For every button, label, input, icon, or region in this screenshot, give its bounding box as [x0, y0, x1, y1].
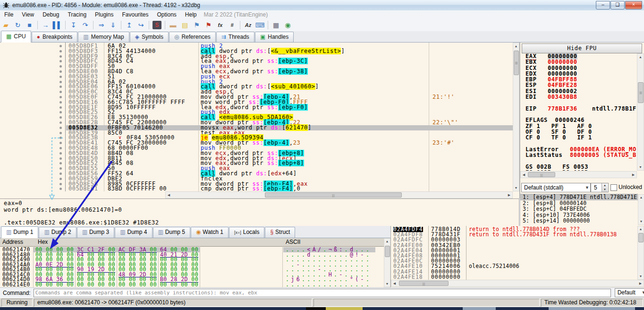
notes-icon[interactable]: ⌨: [254, 20, 265, 30]
close-button[interactable]: ×: [625, 1, 642, 9]
register-line[interactable]: ES 002B DS 002B: [525, 170, 636, 171]
argument-row[interactable]: 3: [esp+C] 04FBFEDC: [520, 206, 638, 212]
breakpoint-dot[interactable]: [59, 116, 62, 119]
dump-row[interactable]: 006214E000 00 00 0000 00 00 0000 00 00 0…: [0, 282, 384, 287]
maximize-button[interactable]: ❑: [610, 1, 625, 9]
breakpoint-dot[interactable]: [59, 152, 62, 155]
breakpoint-dot[interactable]: [59, 70, 62, 73]
labels-icon[interactable]: ⚑: [191, 20, 202, 30]
menu-item-tracing[interactable]: Tracing: [64, 11, 91, 18]
arguments-list[interactable]: 1: [esp+4] 778D471E ntdll.778D471E2: [es…: [520, 194, 638, 225]
breakpoint-dot[interactable]: [59, 96, 62, 98]
breakpoint-dot[interactable]: [59, 162, 62, 164]
tab-dump-2[interactable]: ▥Dump 2: [39, 227, 76, 238]
breakpoint-dot[interactable]: [59, 106, 62, 109]
breakpoint-dot[interactable]: [59, 121, 62, 124]
dump-panel[interactable]: Address Hex ASCII 0062147000 00 00 003C …: [0, 238, 390, 287]
stack-row[interactable]: 02A4FDF8778D431Freturn to ntdll.778D431F…: [391, 232, 636, 237]
open-file-icon[interactable]: ▰: [0, 20, 11, 30]
menu-item-view[interactable]: View: [17, 11, 38, 18]
breakpoint-dot[interactable]: [59, 142, 62, 144]
tab-memory-map[interactable]: ▥Memory Map: [78, 32, 129, 42]
run-to-user-code-icon[interactable]: ↪: [136, 20, 146, 30]
breakpoint-dot[interactable]: [59, 91, 62, 93]
breakpoint-dot[interactable]: [59, 132, 62, 134]
tab-references[interactable]: ◎References: [169, 32, 216, 42]
step-over-icon[interactable]: ↷: [80, 20, 91, 30]
tab-dump-1[interactable]: ▥Dump 1: [1, 226, 38, 238]
tab-breakpoints[interactable]: ●Breakpoints: [32, 32, 78, 42]
disasm-row[interactable]: 005D8E6183BD 0CFFFFFF 00cmp dword ptr ss…: [0, 186, 513, 191]
breakpoint-dot[interactable]: [59, 137, 62, 139]
command-type-select[interactable]: Default▼: [615, 288, 644, 297]
run-trace-icon[interactable]: ⇒: [96, 20, 107, 30]
stack-row[interactable]: 02A4FE1800000000: [391, 275, 636, 280]
debug-help-icon[interactable]: ◉: [282, 20, 293, 30]
execute-till-return-icon[interactable]: ↥: [124, 20, 135, 30]
appearance-icon[interactable]: Az: [243, 20, 254, 30]
breakpoint-dot[interactable]: [59, 188, 62, 190]
registers-hscrollbar[interactable]: ◀ ||| ▶: [520, 171, 637, 178]
disassembly-panel[interactable]: 005D8DF16A 02push 2005D8DF3FF15 44134000…: [0, 43, 520, 198]
menu-item-options[interactable]: Options: [153, 11, 180, 18]
stack-vscrollbar[interactable]: ▲ ▼: [637, 226, 644, 280]
tab-dump-3[interactable]: ▥Dump 3: [77, 227, 114, 238]
menu-item-file[interactable]: File: [0, 11, 17, 18]
unlocked-checkbox[interactable]: [610, 184, 617, 191]
minimize-button[interactable]: –: [596, 1, 610, 9]
patches-icon[interactable]: ▬: [168, 20, 178, 30]
breakpoint-dot[interactable]: [59, 157, 62, 160]
breakpoint-dot[interactable]: [59, 81, 62, 83]
trace-into-icon[interactable]: ⇓: [108, 20, 119, 30]
command-input[interactable]: [34, 289, 611, 297]
run-icon[interactable]: →: [40, 20, 51, 30]
register-line[interactable]: CF 0 TF 0 IF 1: [525, 135, 636, 140]
step-into-icon[interactable]: ↧: [68, 20, 79, 30]
breakpoint-dot[interactable]: [59, 172, 62, 175]
breakpoint-dot[interactable]: [59, 183, 62, 185]
breakpoint-dot[interactable]: [59, 167, 62, 170]
tab-dump-4[interactable]: ▥Dump 4: [115, 227, 152, 238]
argument-row[interactable]: 1: [esp+4] 778D471E ntdll.778D471E: [520, 194, 638, 200]
taskbar-active-button[interactable]: [326, 307, 363, 310]
breakpoint-dot[interactable]: [59, 60, 62, 62]
tab-watch-1[interactable]: ◉Watch 1: [191, 227, 229, 238]
tab-cpu[interactable]: ▦CPU: [1, 31, 31, 43]
stack-hscrollbar[interactable]: ◀ ||| ▶: [391, 280, 644, 287]
title-bar[interactable]: emu8086.exe - PID: 4856 - Module: emu808…: [0, 0, 644, 11]
argument-row[interactable]: 5: [esp+14] 00000000: [520, 218, 638, 224]
stack-row[interactable]: 02A4FE1075214006oleacc.75214006: [391, 264, 636, 269]
menu-item-debug[interactable]: Debug: [38, 11, 63, 18]
tab-struct[interactable]: §Struct: [265, 227, 295, 238]
stack-row[interactable]: 02A4FE0800000001: [391, 253, 636, 258]
hide-fpu-button[interactable]: Hide FPU: [522, 43, 642, 53]
breakpoint-dot[interactable]: [59, 55, 62, 58]
breakpoint-dot[interactable]: [59, 65, 62, 68]
breakpoint-dot[interactable]: [59, 86, 62, 88]
register-line[interactable]: LastStatus 80000005 (STATUS_BUFFER: [525, 152, 636, 158]
stack-row[interactable]: 02A4FE1400000000: [391, 269, 636, 275]
close-debuggee-icon[interactable]: ■: [24, 20, 35, 30]
menu-item-plugins[interactable]: Plugins: [91, 11, 118, 18]
tab-handles[interactable]: ▣Handles: [255, 32, 294, 42]
breakpoint-dot[interactable]: [59, 127, 62, 129]
bookmarks-icon[interactable]: ⚑: [203, 20, 214, 30]
breakpoint-dot[interactable]: [59, 50, 62, 52]
breakpoint-dot[interactable]: [59, 76, 62, 78]
breakpoint-dot[interactable]: [59, 147, 62, 149]
stack-row[interactable]: 02A4FDFC00000003: [391, 237, 636, 242]
registers-list[interactable]: EAX 00000000EBX 00000000ECX 00000000EDX …: [520, 53, 636, 171]
breakpoint-dot[interactable]: [59, 178, 62, 180]
calling-convention-select[interactable]: Default (stdcall)▼: [521, 183, 591, 192]
stack-panel[interactable]: 02A4FDF4778B014Dreturn to ntdll.778B014D…: [390, 226, 644, 287]
source-icon[interactable]: #: [227, 20, 237, 30]
tab-locals[interactable]: [x=]Locals: [229, 227, 264, 238]
stack-row[interactable]: 02A4FE0400000001: [391, 248, 636, 253]
arguments-vscrollbar[interactable]: ▲ ▼: [638, 194, 644, 225]
tab-dump-5[interactable]: ▥Dump 5: [153, 227, 190, 238]
registers-panel[interactable]: Hide FPU EAX 00000000EBX 00000000ECX 000…: [520, 43, 644, 226]
disasm-vscrollbar[interactable]: ▲ ☰ ▼: [513, 43, 519, 191]
restart-icon[interactable]: ↻: [12, 20, 23, 30]
menu-item-help[interactable]: Help: [181, 11, 201, 18]
stack-row[interactable]: 02A4FE0000342EB0: [391, 243, 636, 248]
